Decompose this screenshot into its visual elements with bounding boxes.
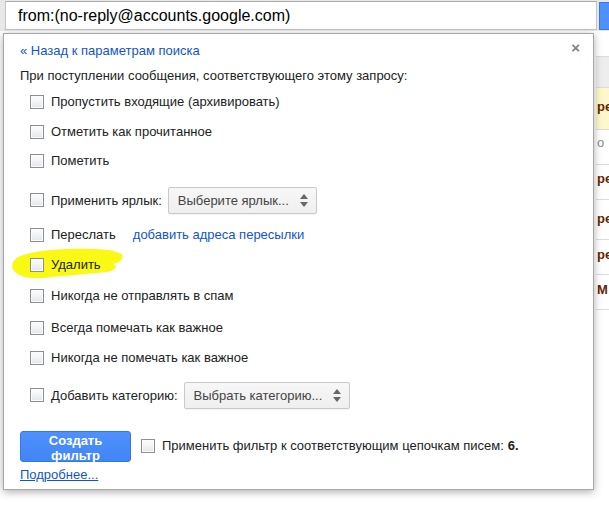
delete-checkbox[interactable]	[30, 258, 44, 272]
apply-label-checkbox[interactable]	[30, 193, 44, 207]
matching-count: 6.	[508, 438, 519, 453]
email-snippet: М	[597, 282, 608, 297]
email-snippet: ре	[597, 99, 609, 114]
option-label[interactable]: Никогда не отправлять в спам	[51, 288, 234, 303]
category-select[interactable]: Выбрать категорию...	[184, 382, 351, 409]
search-input[interactable]	[5, 1, 597, 30]
option-forward: Переслать добавить адреса пересылки	[30, 227, 304, 242]
option-label[interactable]: Добавить категорию:	[51, 388, 178, 403]
archive-checkbox[interactable]	[30, 95, 44, 109]
label-select[interactable]: Выберите ярлык...	[168, 187, 317, 214]
row-divider	[596, 129, 609, 130]
row-divider	[596, 274, 609, 275]
option-label[interactable]: Никогда не помечать как важное	[51, 350, 248, 365]
email-snippet: о	[597, 135, 604, 150]
label-select-value: Выберите ярлык...	[178, 193, 289, 208]
never-important-checkbox[interactable]	[30, 351, 44, 365]
close-icon[interactable]: ×	[571, 40, 580, 55]
option-label[interactable]: Применить ярлык:	[51, 193, 162, 208]
option-no-spam: Никогда не отправлять в спам	[30, 288, 234, 303]
option-label[interactable]: Пометить	[51, 153, 109, 168]
forward-checkbox[interactable]	[30, 228, 44, 242]
option-mark-read: Отметить как прочитанное	[30, 124, 212, 139]
option-label[interactable]: Переслать	[51, 227, 116, 242]
learn-more-link[interactable]: Подробнее...	[20, 467, 98, 482]
dialog-intro-text: При поступлении сообщения, соответствующ…	[20, 68, 407, 83]
option-label[interactable]: Всегда помечать как важное	[51, 320, 223, 335]
create-filter-button[interactable]: Создать фильтр	[20, 431, 131, 462]
always-important-checkbox[interactable]	[30, 321, 44, 335]
option-never-important: Никогда не помечать как важное	[30, 350, 248, 365]
option-add-category: Добавить категорию: Выбрать категорию...	[30, 381, 350, 409]
option-label[interactable]: Отметить как прочитанное	[51, 124, 212, 139]
apply-to-matching-row: Применить фильтр к соответствующим цепоч…	[141, 438, 519, 453]
option-star: Пометить	[30, 153, 109, 168]
email-snippet: ре	[597, 247, 609, 262]
never-spam-checkbox[interactable]	[30, 289, 44, 303]
row-divider	[596, 309, 609, 310]
option-label[interactable]: Удалить	[51, 257, 101, 272]
option-always-important: Всегда помечать как важное	[30, 320, 223, 335]
row-divider	[596, 164, 609, 165]
apply-to-matching-checkbox[interactable]	[141, 439, 155, 453]
updown-arrows-icon	[300, 194, 308, 207]
star-checkbox[interactable]	[30, 154, 44, 168]
updown-arrows-icon	[333, 389, 341, 402]
add-category-checkbox[interactable]	[30, 388, 44, 402]
option-delete: Удалить	[30, 257, 101, 272]
search-bar	[0, 0, 609, 31]
search-button[interactable]	[599, 2, 609, 30]
add-forwarding-address-link[interactable]: добавить адреса пересылки	[133, 227, 304, 242]
option-label[interactable]: Пропустить входящие (архивировать)	[51, 94, 280, 109]
back-to-search-options-link[interactable]: « Назад к параметрам поиска	[20, 43, 200, 58]
email-list-toolbar	[596, 57, 609, 88]
mark-read-checkbox[interactable]	[30, 125, 44, 139]
category-select-value: Выбрать категорию...	[194, 388, 323, 403]
apply-to-matching-label[interactable]: Применить фильтр к соответствующим цепоч…	[162, 438, 504, 453]
row-divider	[596, 199, 609, 200]
filter-dialog: « Назад к параметрам поиска × При поступ…	[3, 33, 594, 490]
option-apply-label: Применить ярлык: Выберите ярлык...	[30, 186, 317, 214]
background-email-list: ре о ре ре ре М	[596, 31, 609, 507]
email-snippet: ре	[597, 211, 609, 226]
option-archive: Пропустить входящие (архивировать)	[30, 94, 280, 109]
email-snippet: ре	[597, 171, 609, 186]
row-divider	[596, 239, 609, 240]
